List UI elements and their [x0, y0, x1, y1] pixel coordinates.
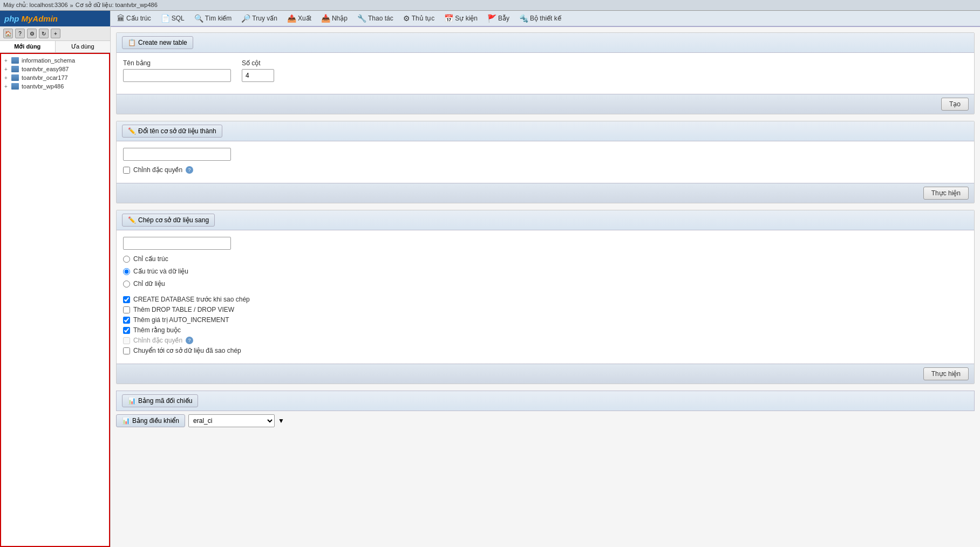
table-name-label: Tên bảng	[123, 59, 231, 67]
create-table-form-row: Tên bảng Số cột	[123, 59, 968, 82]
rename-help-icon[interactable]: ?	[186, 166, 193, 174]
radio-data-only-row: Chỉ dữ liệu	[123, 280, 968, 288]
copy-db-icon: ✏️	[128, 216, 136, 224]
copy-db-button[interactable]: ✏️ Chép cơ sở dữ liệu sang	[122, 214, 215, 227]
refresh-icon[interactable]: ↻	[39, 29, 49, 38]
copy-method-group: Chỉ cấu trúc Cấu trúc và dữ liệu Chỉ dữ …	[123, 255, 968, 290]
cb-constraints[interactable]	[123, 327, 130, 334]
cb-create-db-label: CREATE DATABASE trước khi sao chép	[133, 296, 250, 303]
create-table-body: Tên bảng Số cột	[117, 53, 974, 94]
nav-triggers[interactable]: 🚩 Bẫy	[483, 11, 514, 26]
nav-sql-label: SQL	[172, 15, 185, 22]
nav-bar: 🏛 Cấu trúc 📄 SQL 🔍 Tìm kiếm 🔎 Truy vấn 📤…	[111, 11, 980, 27]
expand-icon: +	[4, 84, 10, 90]
tab-recent[interactable]: Mới dùng	[0, 41, 56, 52]
nav-events[interactable]: 📅 Sự kiện	[440, 11, 482, 26]
nav-operations-label: Thao tác	[368, 15, 393, 22]
structure-icon: 🏛	[117, 14, 125, 23]
cb-constraints-row: Thêm rằng buộc	[123, 326, 968, 334]
designer-icon: 🔩	[519, 14, 528, 23]
table-name-input[interactable]	[123, 69, 231, 82]
bottom-control-btn[interactable]: 📊 Bảng điều khiển	[116, 414, 185, 427]
control-panel-icon: 📊	[122, 417, 130, 425]
copy-help-icon[interactable]: ?	[186, 337, 193, 344]
nav-sql[interactable]: 📄 SQL	[156, 11, 189, 26]
tree-db-information-schema[interactable]: + information_schema	[3, 56, 107, 65]
nav-search-label: Tìm kiếm	[205, 15, 232, 22]
control-panel-label: Bảng điều khiển	[132, 417, 179, 425]
nav-structure[interactable]: 🏛 Cấu trúc	[113, 11, 155, 26]
rename-privileges-row: Chỉnh đặc quyền ?	[123, 166, 968, 174]
radio-struct-only-row: Chỉ cấu trúc	[123, 255, 968, 263]
create-table-label: Create new table	[138, 39, 187, 46]
plus-icon[interactable]: +	[51, 29, 60, 38]
rename-db-input[interactable]	[123, 148, 231, 161]
table-name-group: Tên bảng	[123, 59, 231, 82]
nav-search[interactable]: 🔍 Tìm kiếm	[190, 11, 236, 26]
logo-php: php	[4, 14, 19, 23]
nav-operations[interactable]: 🔧 Thao tác	[353, 11, 398, 26]
radio-struct-only[interactable]	[123, 256, 130, 263]
nav-import[interactable]: 📥 Nhập	[317, 11, 352, 26]
cb-constraints-label: Thêm rằng buộc	[133, 326, 181, 334]
bottom-control-row: 📊 Bảng điều khiển eral_ci ▼	[116, 414, 975, 427]
rename-privileges-checkbox[interactable]	[123, 167, 130, 174]
tree-db-ocar177[interactable]: + toantvbr_ocar177	[3, 73, 107, 82]
cb-auto-increment[interactable]	[123, 317, 130, 324]
char-mapping-section[interactable]: 📊 Bảng mã đối chiếu	[116, 391, 975, 411]
triggers-icon: 🚩	[487, 14, 496, 23]
col-count-label: Số cột	[242, 59, 274, 67]
nav-query-label: Truy vấn	[252, 15, 277, 22]
cb-drop-table[interactable]	[123, 306, 130, 313]
col-count-input[interactable]	[242, 69, 274, 82]
tree-db-easy987[interactable]: + toantvbr_easy987	[3, 65, 107, 73]
breadcrumb-database: Cơ sở dữ liệu: toantvbr_wp486	[76, 2, 158, 9]
nav-export[interactable]: 📤 Xuất	[283, 11, 316, 26]
radio-data-only[interactable]	[123, 281, 130, 288]
nav-routines[interactable]: ⚙ Thủ tục	[399, 11, 439, 26]
cb-privileges[interactable]	[123, 337, 130, 344]
breadcrumb-server: Máy chủ: localhost:3306	[3, 2, 68, 9]
database-tree: + information_schema + toantvbr_easy987 …	[0, 53, 110, 547]
create-table-button[interactable]: 📋 Create new table	[122, 36, 193, 49]
sidebar-icon-row: 🏠 ? ⚙ ↻ +	[0, 26, 110, 41]
radio-struct-data[interactable]	[123, 268, 130, 275]
db-name: toantvbr_easy987	[22, 66, 69, 72]
copy-db-submit[interactable]: Thực hiện	[923, 367, 969, 380]
search-icon: 🔍	[194, 14, 203, 23]
col-count-group: Số cột	[242, 59, 274, 82]
nav-triggers-label: Bẫy	[498, 15, 509, 22]
rename-db-label: Đổi tên cơ sở dữ liệu thành	[138, 127, 216, 135]
docs-icon[interactable]: ?	[15, 29, 25, 38]
create-table-footer: Tạo	[117, 94, 974, 114]
collation-select[interactable]: eral_ci	[188, 414, 275, 427]
sql-icon: 📄	[161, 14, 170, 23]
cb-privileges-label: Chỉnh đặc quyền	[133, 337, 182, 344]
breadcrumb-sep1: »	[70, 2, 73, 9]
expand-icon: +	[4, 66, 10, 72]
cb-create-db[interactable]	[123, 296, 130, 303]
nav-export-label: Xuất	[298, 15, 311, 22]
main-content: 📋 Create new table Tên bảng Số cột	[111, 27, 980, 547]
rename-privileges-label: Chỉnh đặc quyền	[133, 166, 182, 174]
create-table-icon: 📋	[128, 39, 136, 46]
tree-db-wp486[interactable]: + toantvbr_wp486	[3, 82, 107, 91]
create-table-submit[interactable]: Tạo	[941, 98, 969, 111]
radio-struct-only-label: Chỉ cấu trúc	[133, 255, 168, 263]
nav-events-label: Sự kiện	[455, 15, 478, 22]
tab-favorite[interactable]: Ưa dùng	[56, 41, 111, 52]
cb-switch[interactable]	[123, 347, 130, 354]
nav-query[interactable]: 🔎 Truy vấn	[237, 11, 282, 26]
char-mapping-button[interactable]: 📊 Bảng mã đối chiếu	[122, 394, 198, 407]
copy-db-input[interactable]	[123, 237, 231, 250]
nav-designer[interactable]: 🔩 Bộ thiết kế	[515, 11, 566, 26]
rename-db-footer: Thực hiện	[117, 183, 974, 203]
cb-switch-label: Chuyển tới cơ sở dữ liệu đã sao chép	[133, 347, 241, 354]
settings-icon[interactable]: ⚙	[27, 29, 37, 38]
char-mapping-icon: 📊	[128, 397, 136, 405]
rename-db-section: ✏️ Đổi tên cơ sở dữ liệu thành Chỉnh đặc…	[116, 121, 975, 203]
rename-db-submit[interactable]: Thực hiện	[923, 187, 969, 200]
rename-db-button[interactable]: ✏️ Đổi tên cơ sở dữ liệu thành	[122, 125, 222, 138]
sidebar: phpMyAdmin 🏠 ? ⚙ ↻ + Mới dùng Ưa dùng + …	[0, 11, 111, 547]
home-icon[interactable]: 🏠	[3, 29, 13, 38]
